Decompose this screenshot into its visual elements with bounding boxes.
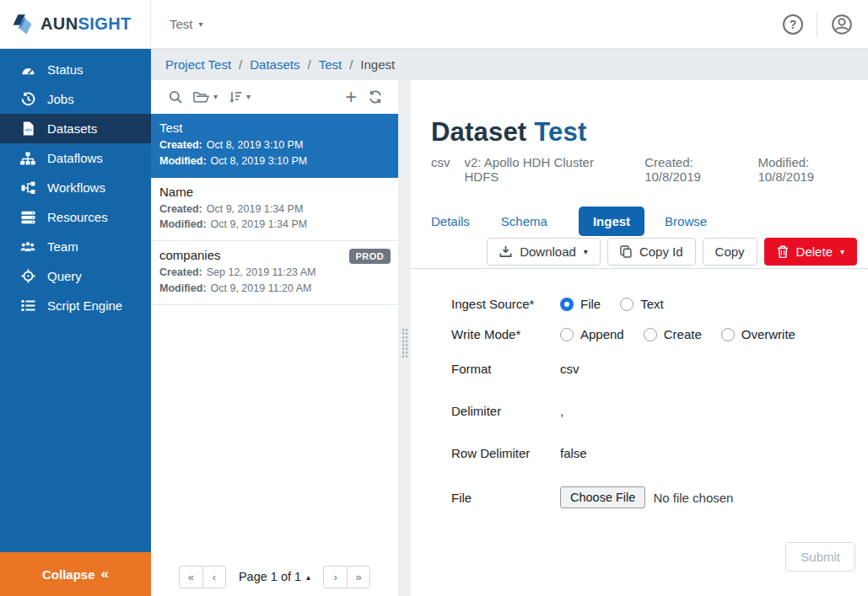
workflow-icon: [20, 181, 35, 195]
logo-wordmark: AUNSIGHT: [40, 14, 132, 34]
folder-filter-dropdown[interactable]: ▾: [193, 91, 218, 104]
delimiter-row: Delimiter ,: [451, 404, 868, 418]
header-actions: ?: [783, 12, 868, 37]
created-value: Sep 12, 2019 11:23 AM: [207, 265, 316, 281]
modified-label: Modified:: [159, 281, 207, 297]
file-status: No file chosen: [653, 491, 733, 505]
sidebar-item-label: Status: [47, 62, 84, 77]
page-status-dropdown[interactable]: Page 1 of 1 ▴: [239, 570, 310, 583]
download-button[interactable]: Download ▾: [487, 238, 601, 266]
sidebar-item-team[interactable]: Team: [0, 232, 151, 261]
radio-write-mode-create[interactable]: Create: [644, 327, 702, 341]
svg-text:</>: </>: [24, 127, 32, 132]
panel-resize-handle[interactable]: [398, 80, 411, 596]
sidebar-item-label: Script Engine: [47, 298, 122, 313]
logo[interactable]: AUNSIGHT: [0, 0, 151, 48]
breadcrumb-link-dataset[interactable]: Test: [319, 57, 342, 72]
copy-icon: [620, 245, 632, 258]
row-delimiter-label: Row Delimiter: [451, 446, 560, 460]
dataset-item-title: Test: [159, 121, 390, 135]
tab-details[interactable]: Details: [431, 207, 470, 236]
radio-write-mode-append[interactable]: Append: [560, 327, 624, 341]
add-dataset-button[interactable]: +: [346, 88, 357, 107]
dataset-list-item-test[interactable]: Test Created:Oct 8, 2019 3:10 PM Modifie…: [151, 114, 398, 178]
sidebar-item-dataflows[interactable]: Dataflows: [0, 143, 151, 173]
sidebar-item-script-engine[interactable]: Script Engine: [0, 291, 151, 320]
top-header: AUNSIGHT Test ▾ ?: [0, 0, 868, 49]
refresh-button[interactable]: [369, 90, 382, 104]
radio-icon: [644, 328, 657, 341]
created-value: Oct 9, 2019 1:34 PM: [207, 201, 304, 217]
format-value: csv: [560, 362, 580, 376]
sidebar-item-workflows[interactable]: Workflows: [0, 173, 151, 202]
last-page-button[interactable]: »: [347, 566, 370, 588]
radio-icon: [560, 298, 574, 311]
radio-write-mode-overwrite[interactable]: Overwrite: [721, 327, 795, 341]
next-page-button[interactable]: ›: [323, 566, 347, 588]
dataset-detail: Dataset Test csv v2: Apollo HDH Cluster …: [411, 80, 868, 596]
created-label: Created:: [159, 137, 202, 153]
breadcrumb-link-datasets[interactable]: Datasets: [250, 57, 299, 72]
tab-schema[interactable]: Schema: [501, 207, 547, 236]
dataset-list-panel: ▾ ▾ + Test: [151, 80, 398, 596]
list-icon: [20, 299, 35, 312]
dataset-list: Test Created:Oct 8, 2019 3:10 PM Modifie…: [151, 114, 398, 557]
modified-value: Oct 9, 2019 1:34 PM: [211, 217, 308, 233]
write-mode-label: Write Mode*: [451, 327, 560, 341]
breadcrumb-separator: /: [239, 57, 242, 72]
dataset-list-item-name[interactable]: Name Created:Oct 9, 2019 1:34 PM Modifie…: [151, 178, 398, 242]
sidebar-item-datasets[interactable]: </> Datasets: [0, 114, 151, 143]
content-body: ▾ ▾ + Test: [151, 80, 868, 596]
radio-ingest-source-text[interactable]: Text: [620, 297, 664, 311]
dataset-format: csv: [431, 155, 450, 184]
tab-ingest[interactable]: Ingest: [579, 207, 644, 236]
dataset-version: v2: Apollo HDH Cluster HDFS: [465, 155, 631, 184]
ingest-source-row: Ingest Source* File Text: [451, 297, 868, 311]
sidebar-item-jobs[interactable]: Jobs: [0, 84, 151, 114]
submit-row: Submit: [451, 542, 868, 572]
caret-up-icon: ▴: [306, 572, 310, 582]
created-label: Created:: [159, 201, 202, 217]
file-row: File Choose File No file chosen: [451, 486, 868, 508]
radio-ingest-source-file[interactable]: File: [560, 297, 601, 311]
sidebar-item-label: Workflows: [47, 180, 105, 195]
prod-badge: PROD: [349, 249, 391, 264]
dataset-list-toolbar: ▾ ▾ +: [151, 80, 398, 114]
sidebar-item-label: Query: [47, 269, 82, 283]
sort-dropdown[interactable]: ▾: [229, 91, 251, 104]
delimiter-label: Delimiter: [451, 404, 560, 418]
delete-button[interactable]: Delete ▾: [764, 238, 857, 266]
caret-down-icon: ▾: [840, 248, 844, 256]
collapse-label: Collapse: [42, 567, 95, 582]
dataset-modified: Modified: 10/8/2019: [757, 155, 868, 184]
folder-open-icon: [193, 91, 209, 104]
sidebar-item-status[interactable]: Status: [0, 55, 151, 84]
crosshair-icon: [20, 269, 35, 283]
format-label: Format: [451, 362, 560, 376]
breadcrumb-current: Ingest: [360, 57, 395, 72]
page-title-name: Test: [534, 117, 586, 147]
project-selector[interactable]: Test ▾: [170, 17, 203, 31]
first-page-button[interactable]: «: [179, 566, 202, 588]
header-divider: [817, 12, 817, 37]
write-mode-row: Write Mode* Append Create: [451, 327, 868, 341]
choose-file-button[interactable]: Choose File: [560, 486, 645, 508]
user-account-icon[interactable]: [831, 13, 853, 35]
sidebar-item-query[interactable]: Query: [0, 261, 151, 291]
tab-browse[interactable]: Browse: [665, 207, 707, 236]
collapse-button[interactable]: Collapse «: [0, 552, 151, 596]
dataset-list-item-companies[interactable]: companies PROD Created:Sep 12, 2019 11:2…: [151, 241, 398, 305]
caret-down-icon: ▾: [199, 20, 203, 29]
copy-id-button[interactable]: Copy Id: [607, 238, 696, 266]
modified-value: Oct 8, 2019 3:10 PM: [211, 153, 308, 169]
prev-page-button[interactable]: ‹: [202, 566, 226, 588]
app-root: AUNSIGHT Test ▾ ? Status: [0, 0, 868, 596]
help-icon[interactable]: ?: [783, 14, 803, 35]
breadcrumb-link-project[interactable]: Project Test: [165, 57, 231, 72]
copy-button[interactable]: Copy: [703, 238, 757, 266]
submit-button[interactable]: Submit: [785, 542, 855, 572]
sidebar-item-resources[interactable]: Resources: [0, 202, 151, 232]
search-button[interactable]: [169, 90, 182, 104]
gauge-icon: [20, 63, 35, 77]
modified-value: Oct 9, 2019 11:20 AM: [211, 281, 312, 297]
